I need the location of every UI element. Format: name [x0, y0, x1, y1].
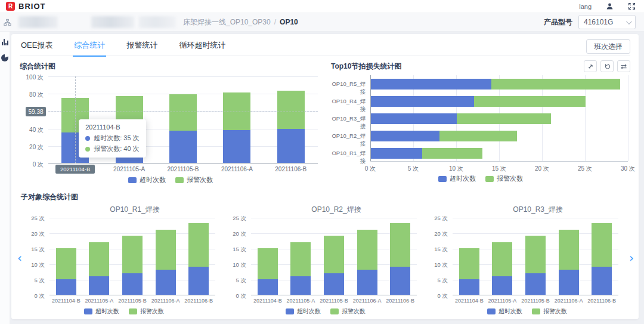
bar-segment-alarm[interactable]: [89, 242, 109, 276]
legend-item[interactable]: 报警次数: [485, 174, 523, 183]
bar-segment-timeout[interactable]: [122, 273, 143, 295]
carousel-prev-icon[interactable]: ‹: [17, 252, 22, 264]
bar-segment-alarm[interactable]: [357, 230, 377, 270]
bar[interactable]: [371, 148, 482, 159]
sidebar-item-barchart-icon[interactable]: [2, 39, 8, 45]
legend-item[interactable]: 超时次数: [487, 307, 522, 316]
bar-segment-alarm[interactable]: [422, 148, 482, 159]
bar[interactable]: [89, 242, 109, 295]
bar-segment-timeout[interactable]: [390, 267, 410, 295]
bar-segment-alarm[interactable]: [188, 223, 209, 267]
bar-segment-alarm[interactable]: [324, 236, 344, 273]
legend-item[interactable]: 报警次数: [532, 307, 567, 316]
bar-segment-timeout[interactable]: [592, 267, 612, 295]
bar-segment-timeout[interactable]: [56, 279, 76, 295]
bar-segment-timeout[interactable]: [371, 96, 474, 107]
legend-item[interactable]: 报警次数: [129, 307, 164, 316]
subchart-op10-r1[interactable]: 0 次5 次10 次15 次20 次25 次20211104-B20211105…: [28, 215, 220, 319]
bar-segment-alarm[interactable]: [491, 79, 620, 90]
top10-loss-chart[interactable]: 0 次5 次10 次15 次20 次25 次30 次OP10_R5_焊接OP10…: [331, 72, 630, 186]
bar-segment-alarm[interactable]: [56, 248, 76, 279]
bar-segment-timeout[interactable]: [89, 276, 109, 295]
bar-segment-alarm[interactable]: [169, 94, 197, 131]
bar-segment-alarm[interactable]: [439, 131, 517, 141]
fullscreen-icon[interactable]: [628, 2, 636, 10]
bar-segment-timeout[interactable]: [156, 270, 176, 295]
legend-item[interactable]: 超时次数: [84, 307, 119, 316]
bar-segment-alarm[interactable]: [592, 223, 612, 267]
carousel-next-icon[interactable]: ›: [629, 252, 634, 264]
bar[interactable]: [371, 96, 586, 107]
tab-overall-stats[interactable]: 综合统计: [73, 36, 106, 57]
legend-item[interactable]: 报警次数: [330, 307, 366, 316]
bar-segment-timeout[interactable]: [525, 273, 546, 295]
legend-item[interactable]: 报警次数: [175, 175, 213, 184]
bar[interactable]: [290, 242, 311, 295]
bar[interactable]: [525, 236, 546, 295]
bar-segment-timeout[interactable]: [371, 113, 457, 124]
bar-segment-timeout[interactable]: [258, 279, 278, 295]
bar-segment-alarm[interactable]: [474, 96, 586, 107]
expand-icon[interactable]: [584, 60, 597, 72]
org-tree-icon[interactable]: [4, 18, 11, 26]
bar-segment-alarm[interactable]: [156, 230, 176, 270]
bar-segment-timeout[interactable]: [559, 270, 579, 295]
bar[interactable]: [188, 223, 209, 295]
bar-segment-alarm[interactable]: [459, 248, 479, 279]
bar[interactable]: [357, 230, 377, 295]
shift-select-button[interactable]: 班次选择: [586, 39, 630, 54]
overall-stats-chart[interactable]: 0 次20 次40 次60 次80 次100 次20211104-B202111…: [20, 72, 321, 187]
language-switcher[interactable]: lang: [579, 3, 592, 10]
bar-segment-alarm[interactable]: [492, 242, 512, 276]
bar-segment-alarm[interactable]: [122, 236, 143, 273]
sidebar-item-piechart-icon[interactable]: [1, 54, 8, 61]
bar-segment-timeout[interactable]: [277, 129, 305, 163]
bar[interactable]: [459, 248, 479, 295]
tab-alarm-stats[interactable]: 报警统计: [125, 36, 159, 57]
bar[interactable]: [324, 236, 344, 295]
bar[interactable]: [371, 113, 551, 124]
bar[interactable]: [592, 223, 612, 295]
bar-segment-alarm[interactable]: [390, 223, 410, 267]
subchart-op10-r2[interactable]: 0 次5 次10 次15 次20 次25 次20211104-B20211105…: [230, 215, 422, 319]
bar-segment-alarm[interactable]: [290, 242, 311, 276]
bar-segment-timeout[interactable]: [357, 270, 377, 295]
bar[interactable]: [371, 131, 517, 141]
bar[interactable]: [223, 92, 250, 163]
bar[interactable]: [277, 91, 305, 163]
bar[interactable]: [56, 248, 76, 295]
bar-segment-alarm[interactable]: [457, 113, 551, 124]
bar-segment-alarm[interactable]: [525, 236, 546, 273]
legend-item[interactable]: 超时次数: [286, 307, 321, 316]
bar[interactable]: [122, 236, 143, 295]
bar-segment-timeout[interactable]: [492, 276, 512, 295]
bar[interactable]: [258, 248, 278, 295]
legend-item[interactable]: 超时次数: [438, 174, 476, 183]
bar-segment-timeout[interactable]: [188, 267, 209, 295]
subchart-op10-r3[interactable]: 0 次5 次10 次15 次20 次25 次20211104-B20211105…: [431, 215, 623, 319]
bar[interactable]: [371, 79, 620, 90]
bar[interactable]: [169, 94, 197, 163]
bar[interactable]: [559, 230, 579, 295]
bar-segment-timeout[interactable]: [371, 148, 422, 159]
bar-segment-timeout[interactable]: [459, 279, 479, 295]
bar-segment-timeout[interactable]: [290, 276, 311, 295]
bar[interactable]: [390, 223, 410, 295]
restore-icon[interactable]: [600, 60, 614, 72]
legend-item[interactable]: 超时次数: [128, 175, 166, 184]
bar[interactable]: [156, 230, 176, 295]
bar-segment-timeout[interactable]: [371, 79, 491, 90]
bar-segment-alarm[interactable]: [277, 91, 305, 129]
bar-segment-timeout[interactable]: [371, 131, 439, 141]
bar-segment-timeout[interactable]: [169, 131, 197, 163]
bar-segment-alarm[interactable]: [258, 248, 278, 279]
product-model-select[interactable]: 416101G: [578, 15, 636, 29]
swap-icon[interactable]: [617, 60, 630, 72]
tab-oee-report[interactable]: OEE报表: [20, 36, 54, 57]
bar[interactable]: [492, 242, 512, 295]
bar-segment-alarm[interactable]: [223, 92, 250, 130]
user-icon[interactable]: [606, 2, 614, 10]
bar-segment-timeout[interactable]: [324, 273, 344, 295]
bar-segment-timeout[interactable]: [223, 130, 250, 163]
bar-segment-alarm[interactable]: [559, 230, 579, 270]
